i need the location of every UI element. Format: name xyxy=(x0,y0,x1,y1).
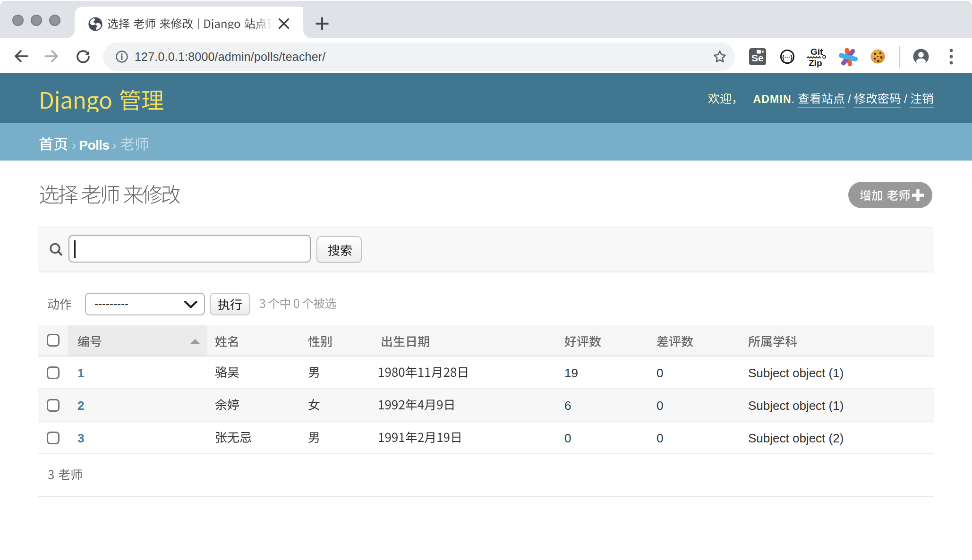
svg-text:{···}: {···} xyxy=(782,54,793,60)
svg-text:Git: Git xyxy=(810,47,823,57)
svg-text:Zip: Zip xyxy=(809,58,822,68)
